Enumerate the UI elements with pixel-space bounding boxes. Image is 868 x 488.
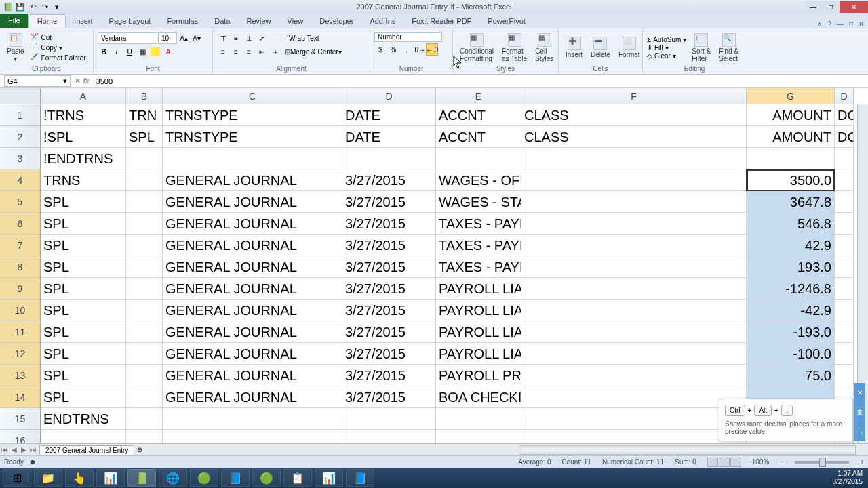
cell[interactable]: GENERAL JOURNAL [163,191,342,213]
cell[interactable]: DATE [342,104,436,126]
cell[interactable] [521,169,747,191]
cell[interactable]: DO [835,104,854,126]
cell[interactable]: TRN [126,104,163,126]
row-header[interactable]: 4 [0,169,41,191]
align-right-icon[interactable]: ≡ [243,45,255,58]
cell[interactable]: GENERAL JOURNAL [163,169,342,191]
cell[interactable]: SPL [41,321,126,343]
cell[interactable]: SPL [41,213,126,235]
cell[interactable]: -193.0 [747,321,835,343]
cell[interactable] [126,430,163,443]
tab-powerpivot[interactable]: PowerPivot [479,14,534,28]
autosum-button[interactable]: Σ AutoSum ▾ [647,36,686,43]
paste-button[interactable]: 📋Paste▾ [4,32,27,64]
cell[interactable]: TAXES - PAYROLL FUTA [436,235,521,256]
row-header[interactable]: 2 [0,126,41,148]
align-bottom-icon[interactable]: ⊥ [243,32,255,44]
cell[interactable]: 3/27/2015 [342,235,436,256]
cell[interactable]: GENERAL JOURNAL [163,321,342,343]
cell[interactable] [835,278,854,300]
cell[interactable] [835,256,854,278]
column-header[interactable]: D [835,88,854,104]
cell[interactable]: 3/27/2015 [342,365,436,386]
format-cells-button[interactable]: ⬜Format [616,35,643,60]
column-header[interactable]: D [342,88,436,104]
taskbar-word-icon[interactable]: 📘 [346,469,374,487]
cell[interactable]: AMOUNT [747,104,835,126]
conditional-formatting-button[interactable]: ▦Conditional Formatting [457,32,496,64]
cell[interactable]: WAGES - OFFICER [436,169,521,191]
cell[interactable]: PAYROLL LIABILITY FLORIDA RT- [436,321,521,343]
cell[interactable] [126,148,163,169]
zoom-slider[interactable] [795,461,849,464]
cell-styles-button[interactable]: ▦Cell Styles [532,32,556,64]
bold-button[interactable]: B [98,45,110,58]
cell[interactable]: SPL [41,235,126,256]
cell[interactable] [835,365,854,386]
cell[interactable]: GENERAL JOURNAL [163,278,342,300]
close-button[interactable]: ✕ [840,1,868,13]
cell[interactable]: !TRNS [41,104,126,126]
spreadsheet-grid[interactable]: ABCDEFGD1!TRNSTRNTRNSTYPEDATEACCNTCLASSA… [0,88,868,443]
format-painter-button[interactable]: 🖌️Format Painter [30,53,86,62]
help-icon[interactable]: ? [827,20,831,28]
tab-home[interactable]: Home [28,14,66,28]
cell[interactable]: 75.0 [747,365,835,386]
sheet-tab[interactable]: 2007 General Journal Entry [39,445,134,455]
cell[interactable] [126,300,163,321]
cell[interactable] [163,148,342,169]
cell[interactable]: GENERAL JOURNAL [163,343,342,365]
tab-developer[interactable]: Developer [311,14,361,28]
window-restore-icon[interactable]: □ [849,20,853,28]
taskbar-explorer-icon[interactable]: 📁 [34,469,62,487]
column-header[interactable]: G [747,88,835,104]
cell[interactable]: TRNSTYPE [163,104,342,126]
start-button[interactable]: ⊞ [3,469,31,487]
cell[interactable] [521,148,747,169]
cell[interactable]: 3/27/2015 [342,343,436,365]
cell[interactable] [163,430,342,443]
underline-button[interactable]: U [123,45,136,58]
delete-cells-button[interactable]: ➖Delete [588,35,613,60]
window-min-icon[interactable]: — [837,20,844,28]
decrease-font-icon[interactable]: A▾ [191,32,203,44]
cell[interactable]: GENERAL JOURNAL [163,300,342,321]
cell[interactable]: 3500.0 [747,169,835,191]
cell[interactable] [521,235,747,256]
cell[interactable]: CLASS [521,104,747,126]
cell[interactable] [126,213,163,235]
cell[interactable]: TAXES - PAYROLL SUTA [436,256,521,278]
cell[interactable]: SPL [41,256,126,278]
taskbar-app-icon[interactable]: 🟢 [190,469,218,487]
align-center-icon[interactable]: ≡ [230,45,242,58]
taskbar-app-icon[interactable]: 📊 [96,469,125,487]
cell[interactable]: 3/27/2015 [342,213,436,235]
cell[interactable] [521,278,747,300]
column-header[interactable]: A [41,88,126,104]
cell[interactable] [126,408,163,430]
tab-addins[interactable]: Add-Ins [361,14,403,28]
taskbar-excel-icon[interactable]: 📗 [127,469,156,487]
cell[interactable] [342,408,436,430]
undo-icon[interactable]: ↶ [27,1,38,12]
row-header[interactable]: 9 [0,278,41,300]
cell[interactable] [521,430,747,443]
select-all-corner[interactable] [0,88,41,104]
cell[interactable] [835,343,854,365]
find-select-button[interactable]: 🔍Find & Select [716,32,741,64]
column-header[interactable]: E [436,88,521,104]
cell[interactable]: 3/27/2015 [342,169,436,191]
cell[interactable] [436,408,521,430]
comma-icon[interactable]: , [400,43,412,56]
cell[interactable]: !ENDTRNS [41,148,126,169]
cell[interactable]: -100.0 [747,343,835,365]
formula-input[interactable] [94,77,868,86]
cell[interactable] [835,148,854,169]
cell[interactable]: DO [835,126,854,148]
cell[interactable]: -42.9 [747,300,835,321]
cell[interactable]: WAGES - STAFF [436,191,521,213]
cell[interactable]: GENERAL JOURNAL [163,365,342,386]
tab-foxit[interactable]: Foxit Reader PDF [403,14,479,28]
taskbar-app-icon[interactable]: 🟢 [252,469,281,487]
fx-icon[interactable]: fx [83,77,90,85]
